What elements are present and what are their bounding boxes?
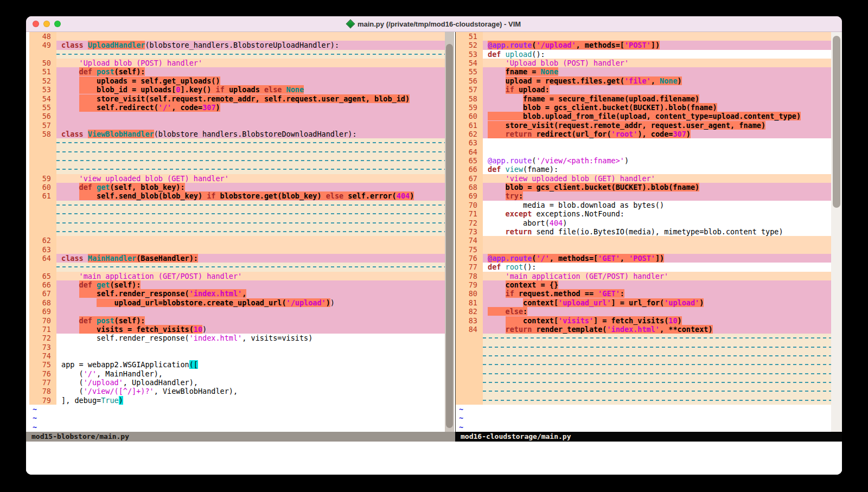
code-line[interactable]: 54 'Upload blob (POST) handler' <box>456 59 831 67</box>
code-line[interactable]: 53def upload(): <box>456 50 831 59</box>
code-line[interactable]: 57 <box>29 121 445 130</box>
code-line[interactable]: 75 <box>456 245 831 254</box>
left-scrollbar-thumb[interactable] <box>446 44 453 428</box>
code-line[interactable]: 80 if request.method == 'GET': <box>456 289 831 298</box>
code-line[interactable]: 76@app.route('/', methods=['GET', 'POST'… <box>456 254 831 263</box>
code-line[interactable]: 56 upload = request.files.get('file', No… <box>456 76 831 85</box>
code-line[interactable]: 70 def post(self): <box>29 316 445 325</box>
diff-filler-line[interactable] <box>29 263 445 271</box>
diff-filler-line[interactable] <box>456 334 831 342</box>
code-line[interactable]: 76 ('/', MainHandler), <box>29 369 445 378</box>
empty-buffer-line[interactable]: ~ <box>29 413 445 422</box>
code-line[interactable]: 84 return render_template('index.html', … <box>456 325 831 334</box>
code-line[interactable]: 70 media = blob.download_as_bytes() <box>456 201 831 209</box>
close-button[interactable] <box>33 21 39 27</box>
code-line[interactable]: 69 <box>29 307 445 316</box>
diff-filler-line[interactable] <box>29 50 445 59</box>
code-line[interactable]: 52@app.route('/upload', methods=['POST']… <box>456 41 831 49</box>
code-line[interactable]: 48 <box>29 32 445 41</box>
diff-filler-line[interactable] <box>29 165 445 174</box>
code-line[interactable]: 79], debug=True) <box>29 396 445 405</box>
diff-filler-line[interactable] <box>29 209 445 218</box>
code-line[interactable]: 75app = webapp2.WSGIApplication([ <box>29 360 445 369</box>
code-line[interactable]: 51 <box>456 32 831 41</box>
diff-filler-line[interactable] <box>456 378 831 387</box>
code-line[interactable]: 78 'main application (GET/POST) handler' <box>456 272 831 280</box>
code-line[interactable]: 71 except exceptions.NotFound: <box>456 209 831 218</box>
code-line[interactable]: 62 <box>29 236 445 245</box>
code-line[interactable]: 68 upload_url=blobstore.create_upload_ur… <box>29 298 445 307</box>
diff-filler-line[interactable] <box>29 227 445 236</box>
command-line[interactable] <box>26 442 842 475</box>
code-line[interactable]: 64class MainHandler(BaseHandler): <box>29 254 445 263</box>
code-line[interactable]: 61 store_visit(request.remote_addr, requ… <box>456 121 831 130</box>
code-line[interactable]: 79 context = {} <box>456 280 831 289</box>
code-line[interactable]: 58class ViewBlobHandler(blobstore_handle… <box>29 130 445 138</box>
diff-filler-line[interactable] <box>456 343 831 352</box>
code-line[interactable]: 60 blob.upload_from_file(upload, content… <box>456 112 831 120</box>
editor-pane-left[interactable]: 4849class UploadHandler(blobstore_handle… <box>29 32 445 432</box>
code-line[interactable]: 63 <box>456 138 831 147</box>
editor-pane-right[interactable]: 5152@app.route('/upload', methods=['POST… <box>455 32 831 432</box>
code-line[interactable]: 66 def get(self): <box>29 280 445 289</box>
code-line[interactable]: 55 fname = None <box>456 67 831 76</box>
zoom-button[interactable] <box>54 21 61 27</box>
code-line[interactable]: 73 return send_file(io.BytesIO(media), m… <box>456 227 831 236</box>
code-line[interactable]: 72 self.render_response('index.html', vi… <box>29 334 445 342</box>
code-line[interactable]: 59 'view uploaded blob (GET) handler' <box>29 174 445 183</box>
code-line[interactable]: 78 ('/view/([^/]+)?', ViewBlobHandler), <box>29 387 445 395</box>
code-line[interactable]: 59 blob = gcs_client.bucket(BUCKET).blob… <box>456 103 831 112</box>
code-line[interactable]: 67 self.render_response('index.html', <box>29 289 445 298</box>
code-line[interactable]: 53 blob_id = uploads[0].key() if uploads… <box>29 85 445 94</box>
code-line[interactable]: 56 <box>29 112 445 120</box>
diff-filler-line[interactable] <box>29 201 445 209</box>
diff-filler-line[interactable] <box>29 219 445 227</box>
right-scrollbar[interactable] <box>831 32 842 432</box>
code-line[interactable]: 64 <box>456 148 831 156</box>
empty-buffer-line[interactable]: ~ <box>456 423 831 431</box>
code-line[interactable]: 74 <box>29 352 445 360</box>
right-scrollbar-thumb[interactable] <box>833 36 840 208</box>
statusline-left[interactable]: mod15-blobstore/main.py <box>26 432 455 442</box>
empty-buffer-line[interactable]: ~ <box>456 405 831 413</box>
code-line[interactable]: 52 uploads = self.get_uploads() <box>29 76 445 85</box>
diff-filler-line[interactable] <box>29 156 445 165</box>
code-line[interactable]: 71 visits = fetch_visits(10) <box>29 325 445 334</box>
diff-filler-line[interactable] <box>456 360 831 369</box>
code-line[interactable]: 63 <box>29 245 445 254</box>
code-line[interactable]: 65 'main application (GET/POST) handler' <box>29 272 445 280</box>
code-line[interactable]: 51 def post(self): <box>29 67 445 76</box>
code-line[interactable]: 67 'view uploaded blob (GET) handler' <box>456 174 831 183</box>
diff-filler-line[interactable] <box>29 138 445 147</box>
code-line[interactable]: 68 blob = gcs_client.bucket(BUCKET).blob… <box>456 183 831 191</box>
code-line[interactable]: 57 if upload: <box>456 85 831 94</box>
code-line[interactable]: 65@app.route('/view/<path:fname>') <box>456 156 831 165</box>
diff-filler-line[interactable] <box>456 369 831 378</box>
code-line[interactable]: 66def view(fname): <box>456 165 831 174</box>
titlebar[interactable]: main.py (/private/tmp/mod16-cloudstorage… <box>26 16 842 32</box>
code-line[interactable]: 69 try: <box>456 191 831 200</box>
diff-filler-line[interactable] <box>456 352 831 360</box>
code-line[interactable]: 72 abort(404) <box>456 219 831 227</box>
diff-filler-line[interactable] <box>456 396 831 405</box>
empty-buffer-line[interactable]: ~ <box>29 405 445 413</box>
empty-buffer-line[interactable]: ~ <box>29 423 445 431</box>
code-line[interactable]: 77 ('/upload', UploadHandler), <box>29 378 445 387</box>
code-line[interactable]: 60 def get(self, blob_key): <box>29 183 445 191</box>
code-line[interactable]: 50 'Upload blob (POST) handler' <box>29 59 445 67</box>
code-line[interactable]: 58 fname = secure_filename(upload.filena… <box>456 94 831 103</box>
code-line[interactable]: 82 else: <box>456 307 831 316</box>
code-line[interactable]: 74 <box>456 236 831 245</box>
code-line[interactable]: 83 context['visits'] = fetch_visits(10) <box>456 316 831 325</box>
diff-filler-line[interactable] <box>456 387 831 395</box>
code-line[interactable]: 81 context['upload_url'] = url_for('uplo… <box>456 298 831 307</box>
code-line[interactable]: 49class UploadHandler(blobstore_handlers… <box>29 41 445 49</box>
empty-buffer-line[interactable]: ~ <box>456 413 831 422</box>
minimize-button[interactable] <box>43 21 50 27</box>
code-line[interactable]: 54 store_visit(self.request.remote_addr,… <box>29 94 445 103</box>
code-line[interactable]: 77def root(): <box>456 263 831 271</box>
code-line[interactable]: 73 <box>29 343 445 352</box>
diff-filler-line[interactable] <box>29 148 445 156</box>
code-line[interactable]: 61 self.send_blob(blob_key) if blobstore… <box>29 191 445 200</box>
code-line[interactable]: 62 return redirect(url_for('root'), code… <box>456 130 831 138</box>
